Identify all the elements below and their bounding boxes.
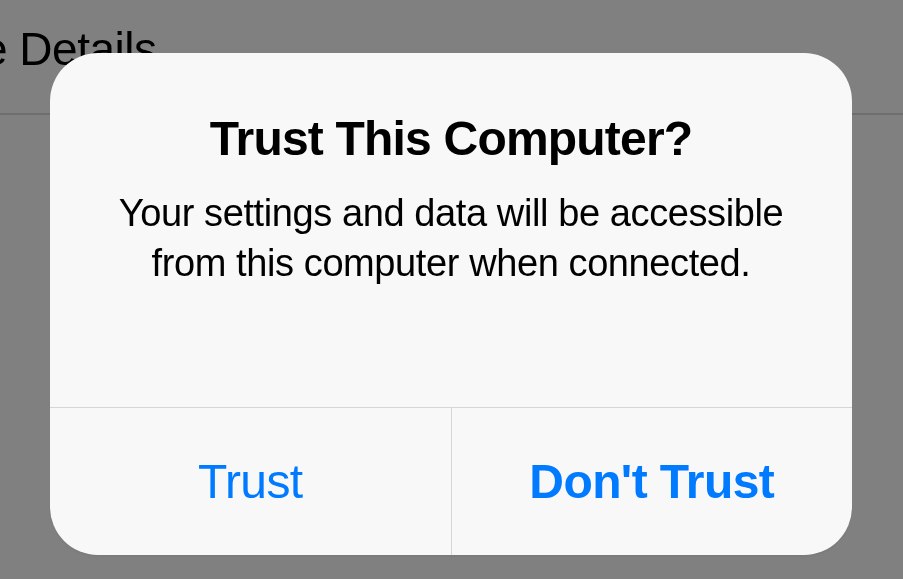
dialog-title: Trust This Computer? (110, 111, 792, 166)
dialog-message: Your settings and data will be accessibl… (110, 188, 792, 288)
trust-button[interactable]: Trust (50, 408, 452, 555)
dont-trust-button[interactable]: Don't Trust (452, 408, 853, 555)
dialog-content: Trust This Computer? Your settings and d… (50, 53, 852, 407)
trust-dialog: Trust This Computer? Your settings and d… (50, 53, 852, 555)
dialog-button-row: Trust Don't Trust (50, 407, 852, 555)
